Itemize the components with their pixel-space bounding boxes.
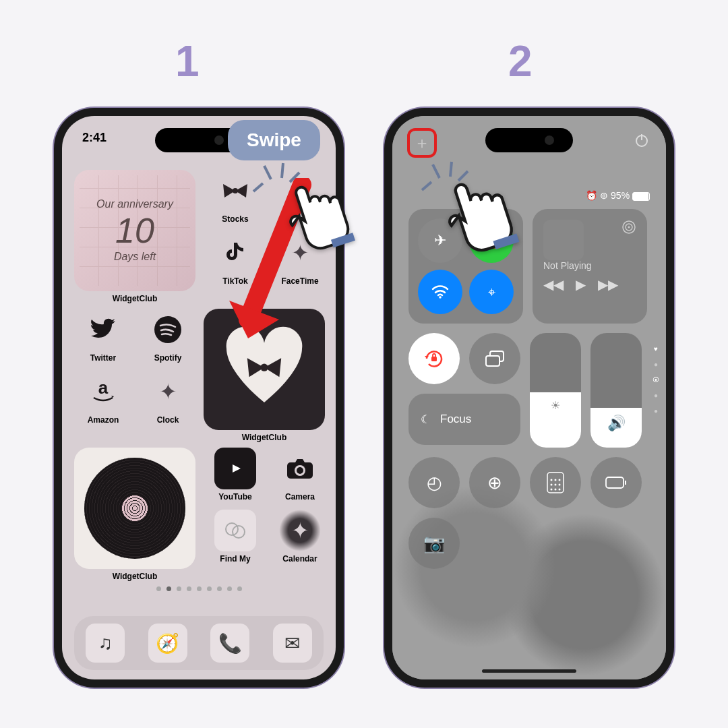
svg-rect-29 bbox=[625, 481, 626, 485]
svg-point-23 bbox=[555, 484, 557, 486]
app-spotify[interactable]: Spotify bbox=[139, 309, 197, 363]
timer-icon: ◴ bbox=[427, 473, 442, 493]
app-findmy[interactable]: Find My bbox=[206, 510, 264, 564]
bluetooth-icon: ⌖ bbox=[488, 284, 495, 300]
app-amazon[interactable]: a Amazon bbox=[74, 371, 132, 425]
rewind-icon[interactable]: ◀◀ bbox=[543, 276, 564, 293]
widget-label: WidgetClub bbox=[204, 433, 325, 442]
play-icon[interactable]: ▶ bbox=[576, 276, 586, 293]
focus-button[interactable]: ☾ Focus bbox=[408, 394, 520, 445]
findmy-icon bbox=[214, 510, 256, 551]
moon-icon: ☾ bbox=[421, 413, 431, 427]
dock-safari-icon[interactable]: 🧭 bbox=[148, 624, 187, 663]
svg-point-7 bbox=[226, 523, 238, 535]
media-tile[interactable]: Not Playing ◀◀ ▶ ▶▶ bbox=[533, 209, 647, 324]
power-icon[interactable] bbox=[634, 132, 650, 148]
svg-point-6 bbox=[297, 467, 303, 474]
rotation-lock-icon bbox=[423, 347, 446, 370]
wifi-icon bbox=[431, 285, 449, 299]
timer-button[interactable]: ◴ bbox=[408, 457, 460, 508]
dock: ♫ 🧭 📞 ✉ bbox=[74, 616, 324, 670]
cursor-hand bbox=[274, 170, 361, 260]
camera-button[interactable]: 📷 bbox=[408, 518, 460, 569]
dock-music-icon[interactable]: ♫ bbox=[86, 624, 125, 663]
dock-mail-icon[interactable]: ✉ bbox=[273, 624, 312, 663]
svg-rect-15 bbox=[431, 357, 437, 361]
low-power-button[interactable] bbox=[590, 457, 642, 508]
brightness-slider[interactable]: ☀ bbox=[530, 333, 581, 448]
twitter-icon bbox=[82, 309, 124, 351]
svg-rect-28 bbox=[606, 477, 624, 488]
svg-line-35 bbox=[422, 182, 431, 190]
svg-point-14 bbox=[628, 226, 630, 229]
media-artwork bbox=[543, 220, 584, 260]
heart-icon: ♥ bbox=[654, 345, 658, 353]
sun-icon: ☀ bbox=[551, 399, 560, 412]
widget-label: WidgetClub bbox=[74, 572, 195, 581]
spotify-icon bbox=[147, 309, 189, 351]
svg-point-3 bbox=[260, 364, 268, 371]
app-twitter[interactable]: Twitter bbox=[74, 309, 132, 363]
magnifier-icon: ⊕ bbox=[487, 473, 502, 493]
widget-label: WidgetClub bbox=[74, 294, 195, 303]
status-time: 2:41 bbox=[82, 131, 107, 145]
forward-icon[interactable]: ▶▶ bbox=[598, 276, 618, 293]
cursor-hand bbox=[431, 166, 526, 263]
svg-point-22 bbox=[551, 484, 553, 486]
home-indicator[interactable] bbox=[482, 669, 576, 673]
svg-point-24 bbox=[559, 484, 561, 486]
svg-point-20 bbox=[555, 479, 557, 481]
calculator-icon bbox=[547, 472, 564, 493]
svg-point-25 bbox=[551, 489, 553, 491]
magnifier-button[interactable]: ⊕ bbox=[469, 457, 520, 508]
dock-phone-icon[interactable]: 📞 bbox=[210, 624, 249, 663]
app-calendar[interactable]: ✦ Calendar bbox=[271, 510, 329, 564]
dynamic-island bbox=[485, 128, 573, 152]
svg-point-11 bbox=[439, 296, 442, 299]
app-youtube[interactable]: YouTube bbox=[206, 448, 264, 502]
page-indicator[interactable]: ♥●⦿●● bbox=[653, 345, 659, 415]
rotation-lock-toggle[interactable] bbox=[408, 333, 460, 384]
youtube-icon bbox=[214, 448, 256, 489]
app-camera[interactable]: Camera bbox=[271, 448, 329, 502]
step-number-2: 2 bbox=[508, 36, 533, 86]
media-title: Not Playing bbox=[543, 260, 636, 271]
svg-point-27 bbox=[559, 489, 561, 491]
svg-line-31 bbox=[264, 166, 271, 179]
page-dots[interactable] bbox=[74, 586, 324, 591]
widget-anniversary[interactable]: Our anniversary 10 Days left bbox=[74, 170, 195, 291]
svg-point-21 bbox=[559, 479, 561, 481]
sparkle-icon: ✦ bbox=[147, 371, 189, 413]
battery-icon bbox=[605, 477, 627, 489]
svg-text:a: a bbox=[98, 379, 109, 398]
widget-vinyl[interactable] bbox=[74, 448, 195, 569]
calculator-button[interactable] bbox=[530, 457, 581, 508]
mirror-icon bbox=[485, 350, 505, 367]
svg-line-30 bbox=[253, 183, 263, 191]
camera-icon bbox=[279, 448, 321, 489]
svg-point-19 bbox=[551, 479, 553, 481]
svg-point-8 bbox=[233, 526, 245, 538]
volume-icon: 🔊 bbox=[607, 415, 626, 432]
svg-point-26 bbox=[555, 489, 557, 491]
amazon-icon: a bbox=[82, 371, 124, 413]
screen-mirror-button[interactable] bbox=[469, 333, 520, 384]
battery-icon bbox=[632, 192, 650, 201]
bluetooth-toggle[interactable]: ⌖ bbox=[469, 270, 514, 314]
wifi-toggle[interactable] bbox=[418, 270, 462, 314]
airplay-icon[interactable] bbox=[621, 220, 636, 235]
svg-rect-17 bbox=[486, 356, 499, 366]
swipe-label: Swipe bbox=[228, 120, 320, 160]
volume-slider[interactable]: 🔊 bbox=[590, 333, 642, 448]
camera-icon: 📷 bbox=[423, 533, 445, 554]
app-clock[interactable]: ✦ Clock bbox=[139, 371, 197, 425]
step-number-1: 1 bbox=[175, 36, 200, 86]
blur-sparkle-icon: ✦ bbox=[279, 510, 321, 551]
